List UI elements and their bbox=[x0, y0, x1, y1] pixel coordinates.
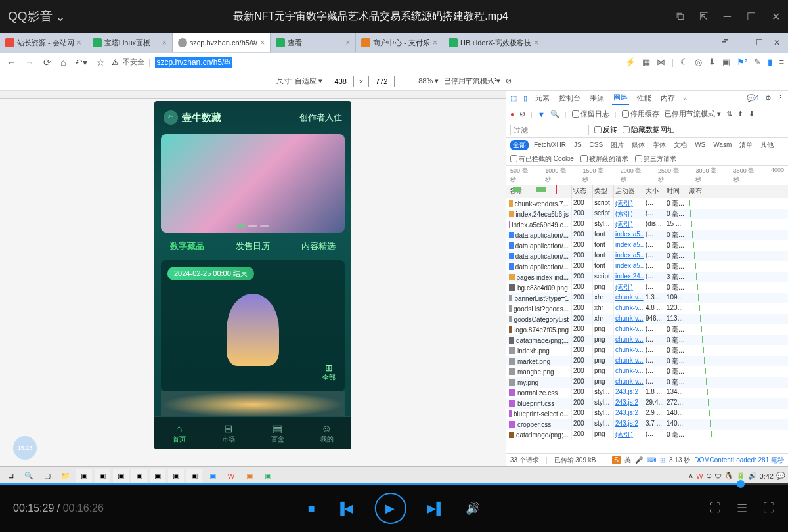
browser-tab[interactable]: 宝塔Linux面板× bbox=[87, 33, 173, 52]
messages-icon[interactable]: 💬1 bbox=[747, 94, 760, 102]
width-input[interactable] bbox=[328, 76, 354, 87]
dt-tab-console[interactable]: 控制台 bbox=[558, 92, 582, 104]
network-row[interactable]: index.24eca6b6.js200script(索引)(...0 毫... bbox=[506, 209, 788, 219]
type-filter[interactable]: JS bbox=[571, 141, 584, 149]
invert-checkbox[interactable]: 反转 bbox=[594, 125, 617, 135]
translate-icon[interactable]: ⋈ bbox=[657, 57, 665, 67]
network-row[interactable]: data:image/png;...200pngchunk-v...(...0 … bbox=[506, 335, 788, 345]
network-row[interactable]: blueprint.css200styl...243.js:229.4...27… bbox=[506, 398, 788, 409]
taskbar-app[interactable]: ▣ bbox=[95, 469, 110, 483]
camera-icon[interactable]: ◎ bbox=[695, 57, 702, 67]
url-field[interactable]: ⚠ 不安全 | szcp.hvzhan.cn/h5/#/ bbox=[112, 57, 621, 68]
minimize-icon[interactable]: ─ bbox=[724, 11, 731, 23]
star-icon[interactable]: ☆ bbox=[94, 56, 108, 69]
nav-home[interactable]: ⌂首页 bbox=[173, 423, 186, 444]
close-icon[interactable]: ✕ bbox=[772, 11, 780, 23]
network-row[interactable]: index.a5c69d49.c...200styl...(索引)(dis...… bbox=[506, 219, 788, 230]
home-button[interactable]: ⌂ bbox=[58, 56, 68, 69]
network-row[interactable]: data:application/...200fontindex.a5...(.… bbox=[506, 230, 788, 240]
stop-button[interactable]: ■ bbox=[308, 502, 315, 516]
blocked-req-checkbox[interactable]: 被屏蔽的请求 bbox=[580, 154, 628, 164]
maximize-icon[interactable]: ☐ bbox=[747, 11, 756, 23]
record-icon[interactable]: ● bbox=[510, 110, 514, 118]
grid-icon[interactable]: ⊞ bbox=[660, 456, 665, 464]
taskbar-app[interactable]: ▣ bbox=[113, 469, 129, 483]
network-row[interactable]: goodsList?goods...200xhrchunk-v...4.8 ..… bbox=[506, 303, 788, 314]
network-row[interactable]: logo.874e7f05.png200pngchunk-v...(...0 毫… bbox=[506, 324, 788, 335]
ime-icon[interactable]: S bbox=[612, 456, 621, 464]
inner-close-icon[interactable]: ✕ bbox=[771, 37, 783, 49]
new-tab-button[interactable]: + bbox=[544, 39, 559, 47]
picker-icon[interactable]: ✎ bbox=[754, 57, 761, 67]
browser-tab[interactable]: 查看× bbox=[271, 33, 356, 52]
network-row[interactable]: bannerList?type=1200xhrchunk-v...1.3 ...… bbox=[506, 293, 788, 303]
phone-tab-featured[interactable]: 内容精选 bbox=[301, 240, 336, 252]
tab-close-icon[interactable]: × bbox=[77, 38, 81, 47]
network-row[interactable]: data:application/...200fontindex.a5...(.… bbox=[506, 261, 788, 272]
network-row[interactable]: pages-index-ind...200scriptindex.24...(.… bbox=[506, 272, 788, 282]
tray-icon[interactable]: ⊕ bbox=[706, 472, 712, 480]
clock[interactable]: 0:42 bbox=[760, 472, 774, 480]
hide-data-checkbox[interactable]: 隐藏数据网址 bbox=[623, 125, 674, 135]
blocked-cookie-checkbox[interactable]: 有已拦截的 Cookie bbox=[510, 154, 574, 164]
nft-card[interactable]: 2024-02-25 00:00 结束 ⊞全部 bbox=[161, 260, 345, 391]
tray-icon[interactable]: ∧ bbox=[688, 472, 693, 480]
browser-tab-active[interactable]: szcp.hvzhan.cn/h5/#/× bbox=[173, 33, 271, 52]
keyboard-icon[interactable]: ⌨ bbox=[647, 456, 656, 464]
taskbar-app[interactable]: ▣ bbox=[131, 469, 147, 483]
upload-icon[interactable]: ⬆ bbox=[737, 110, 743, 118]
network-row[interactable]: chunk-vendors.7...200script(索引)(...0 毫..… bbox=[506, 198, 788, 209]
banner[interactable] bbox=[161, 134, 345, 233]
taskbar-app[interactable]: W bbox=[223, 469, 239, 483]
back-button[interactable]: ← bbox=[4, 56, 18, 69]
type-filter[interactable]: 媒体 bbox=[629, 140, 647, 150]
more-icon[interactable]: ⋮ bbox=[492, 77, 499, 85]
wifi-icon[interactable]: ⇅ bbox=[726, 110, 732, 118]
dt-tab-memory[interactable]: 内存 bbox=[659, 92, 676, 104]
taskbar-app[interactable]: ▣ bbox=[168, 469, 184, 483]
browser-tab[interactable]: HBuilderX-高效极客技× bbox=[443, 33, 544, 52]
device-icon[interactable]: ▯ bbox=[523, 94, 527, 102]
tab-close-icon[interactable]: × bbox=[345, 38, 350, 47]
taskbar-app[interactable]: ▣ bbox=[260, 469, 276, 483]
settings-icon[interactable]: ⚙ bbox=[765, 94, 772, 102]
filter-icon[interactable]: ▼ bbox=[538, 110, 545, 118]
tray-icon[interactable]: 🔊 bbox=[748, 472, 757, 480]
inspect-icon[interactable]: ⬚ bbox=[510, 94, 517, 102]
type-filter[interactable]: 图片 bbox=[608, 140, 626, 150]
type-filter[interactable]: 全部 bbox=[510, 140, 529, 150]
moon-icon[interactable]: ☾ bbox=[680, 57, 688, 67]
tab-close-icon[interactable]: × bbox=[260, 38, 265, 47]
type-filter[interactable]: 文档 bbox=[671, 140, 690, 150]
progress-bar[interactable] bbox=[0, 483, 788, 485]
filter-input[interactable] bbox=[510, 125, 589, 135]
taskbar-app[interactable]: ▣ bbox=[150, 469, 165, 483]
network-row[interactable]: blueprint-select.c...200styl...243.js:22… bbox=[506, 409, 788, 419]
taskbar-app[interactable]: ▣ bbox=[186, 469, 202, 483]
download-icon[interactable]: ⬇ bbox=[749, 110, 755, 118]
type-filter[interactable]: CSS bbox=[587, 141, 606, 149]
dt-tab-sources[interactable]: 来源 bbox=[588, 92, 605, 104]
height-input[interactable] bbox=[368, 76, 395, 87]
network-row[interactable]: goodsCategoryList200xhrchunk-v...946...1… bbox=[506, 314, 788, 324]
network-row[interactable]: indexh.png200pngchunk-v...(...0 毫... bbox=[506, 345, 788, 356]
download-icon[interactable]: ⬇ bbox=[709, 57, 716, 67]
prev-button[interactable]: ▐◀ bbox=[336, 501, 354, 516]
no-signal-icon[interactable]: ⊘ bbox=[506, 77, 512, 85]
progress-thumb[interactable] bbox=[737, 480, 745, 488]
mic-icon[interactable]: 🎤 bbox=[635, 456, 643, 464]
col-waterfall[interactable]: 瀑布 bbox=[686, 185, 788, 198]
grid-all-icon[interactable]: ⊞全部 bbox=[322, 363, 336, 382]
lightning-icon[interactable]: ⚡ bbox=[625, 57, 636, 67]
network-row[interactable]: bg.c83c4d09.png200png(索引)(...0 毫... bbox=[506, 282, 788, 293]
phone-tab-collection[interactable]: 数字藏品 bbox=[170, 240, 204, 252]
dt-throttle-select[interactable]: 已停用节流模式 ▾ bbox=[665, 109, 721, 119]
start-button[interactable]: ⊞ bbox=[3, 469, 18, 483]
dt-tab-elements[interactable]: 元素 bbox=[534, 92, 551, 104]
dt-tab-network[interactable]: 网络 bbox=[612, 91, 629, 105]
nav-mine[interactable]: ☺我的 bbox=[320, 423, 334, 444]
clear-icon[interactable]: ⊘ bbox=[519, 110, 525, 118]
network-row[interactable]: data:application/...200fontindex.a5...(.… bbox=[506, 240, 788, 251]
type-filter[interactable]: 其他 bbox=[758, 140, 776, 150]
browser-tab[interactable]: 商户中心 - 支付乐× bbox=[356, 33, 443, 52]
